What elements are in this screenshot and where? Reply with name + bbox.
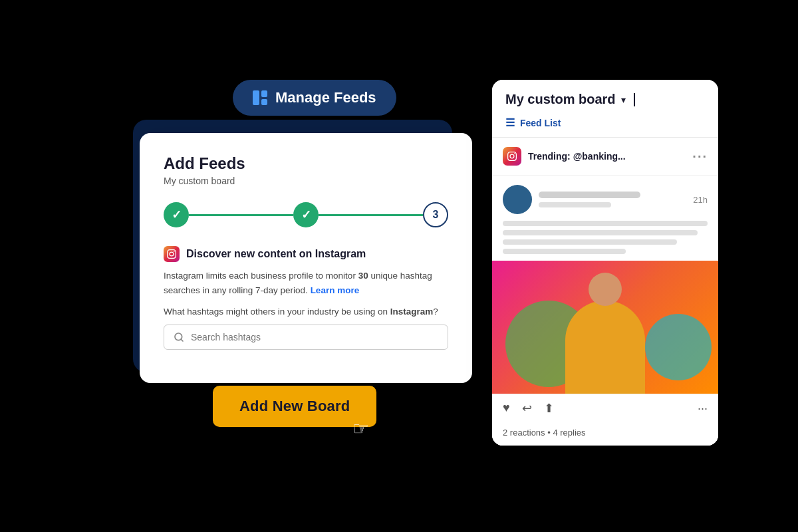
feed-post-header: Trending: @banking... ···	[492, 138, 718, 176]
person-body	[565, 301, 645, 394]
text-line-4	[503, 249, 626, 254]
scene: Manage Feeds Add Feeds My custom board ✓…	[66, 40, 732, 492]
search-icon	[174, 332, 184, 342]
learn-more-link[interactable]: Learn more	[311, 285, 360, 295]
image-circle-teal	[645, 314, 712, 380]
feed-post-source: Trending: @banking...	[503, 147, 626, 166]
search-input-wrap[interactable]	[164, 325, 448, 350]
instagram-heading: Discover new content on Instagram	[164, 246, 448, 262]
post-meta	[539, 192, 684, 207]
text-line-2	[503, 230, 698, 235]
chevron-down-icon[interactable]: ▾	[621, 94, 626, 105]
text-cursor	[634, 93, 635, 106]
hashtag-q-part1: What hashtags might others in your indus…	[164, 307, 390, 317]
post-avatar	[503, 185, 532, 214]
add-feeds-card: Add Feeds My custom board ✓ ✓ 3	[140, 133, 472, 383]
step-3-label: 3	[433, 209, 439, 221]
post-text-lines	[503, 221, 708, 254]
grid-icon	[253, 90, 267, 105]
post-image	[492, 261, 718, 394]
instagram-desc-part1: Instagram limits each business profile t…	[164, 271, 358, 281]
like-button[interactable]: ♥	[503, 401, 510, 416]
instagram-section: Discover new content on Instagram Instag…	[164, 246, 448, 350]
manage-feeds-pill[interactable]: Manage Feeds	[233, 80, 396, 116]
person-container	[565, 267, 645, 394]
post-actions: ♥ ↩ ⬆ ···	[492, 394, 718, 422]
list-icon: ☰	[505, 116, 515, 129]
feed-list-tab[interactable]: ☰ Feed List	[505, 116, 705, 129]
hashtag-question: What hashtags might others in your indus…	[164, 307, 448, 317]
board-title: My custom board	[505, 92, 616, 107]
post-reactions: 2 reactions • 4 replies	[492, 422, 718, 446]
feed-instagram-icon	[503, 147, 521, 166]
share-button[interactable]: ⬆	[544, 401, 554, 416]
mouse-cursor: ☞	[352, 418, 369, 440]
post-name-line	[539, 192, 640, 198]
instagram-heading-text: Discover new content on Instagram	[186, 248, 366, 260]
manage-feeds-label: Manage Feeds	[275, 89, 376, 106]
reactions-count: 2 reactions	[503, 428, 545, 438]
replies-count: 4 replies	[553, 428, 585, 438]
feed-source-text: Trending: @banking...	[528, 151, 626, 162]
social-feed-card: My custom board ▾ ☰ Feed List Tren	[492, 80, 718, 446]
feed-post: Trending: @banking... ··· 21h	[492, 138, 718, 446]
post-content: 21h	[492, 176, 718, 254]
step-line-1	[189, 214, 293, 216]
post-timestamp: 21h	[693, 195, 708, 205]
post-author-row: 21h	[503, 185, 708, 214]
reply-button[interactable]: ↩	[522, 401, 532, 416]
step-line-2	[319, 214, 423, 216]
hashtag-q-part2: ?	[433, 307, 438, 317]
person-head	[589, 273, 622, 306]
step-3: 3	[423, 202, 448, 227]
add-feeds-title: Add Feeds	[164, 154, 448, 173]
feed-list-label: Feed List	[520, 118, 561, 128]
text-line-1	[503, 221, 708, 226]
board-title-row: My custom board ▾	[505, 92, 705, 107]
steps-row: ✓ ✓ 3	[164, 202, 448, 227]
svg-line-1	[181, 339, 183, 341]
search-input[interactable]	[191, 332, 438, 342]
post-action-group-left: ♥ ↩ ⬆	[503, 401, 554, 416]
step-2: ✓	[293, 202, 319, 227]
add-feeds-subtitle: My custom board	[164, 176, 448, 186]
more-actions-button[interactable]: ···	[698, 402, 708, 416]
instagram-description: Instagram limits each business profile t…	[164, 269, 448, 297]
instagram-icon	[164, 246, 180, 262]
post-sub-line	[539, 202, 611, 207]
step-1: ✓	[164, 202, 189, 227]
instagram-desc-bold: 30	[358, 271, 368, 281]
text-line-3	[503, 239, 677, 245]
feed-header: My custom board ▾ ☰ Feed List	[492, 80, 718, 138]
post-menu-icon[interactable]: ···	[692, 149, 708, 164]
hashtag-q-bold: Instagram	[390, 307, 434, 317]
